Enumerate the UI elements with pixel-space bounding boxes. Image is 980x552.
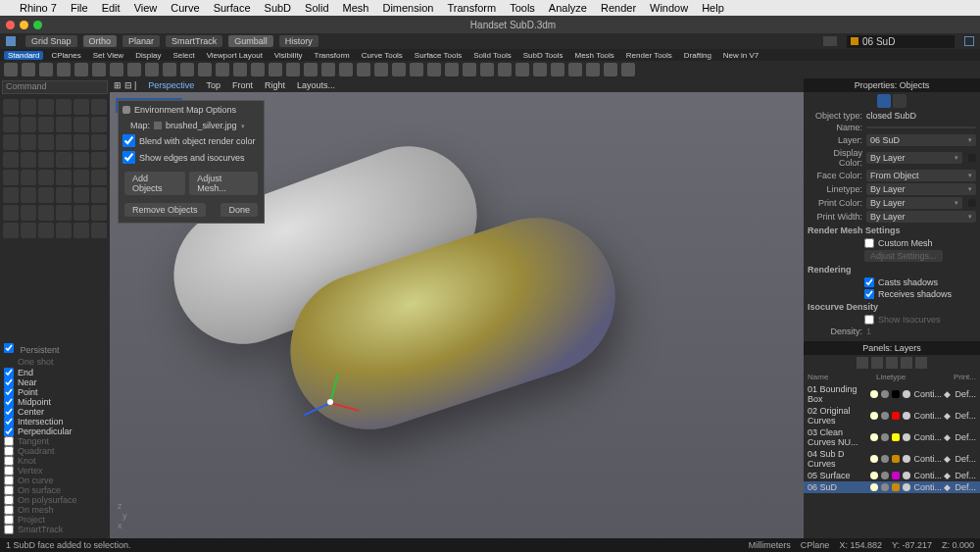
dispcolor-select[interactable]: By Layer [866, 152, 962, 164]
tool-icon[interactable] [38, 205, 54, 221]
tool-icon[interactable] [91, 187, 107, 203]
gumball-toggle[interactable]: Gumball [228, 35, 273, 47]
toolbar-icon[interactable] [233, 63, 247, 76]
tab-transform[interactable]: Transform [311, 51, 354, 60]
tool-icon[interactable] [74, 152, 89, 168]
toolbar-icon[interactable] [92, 63, 106, 76]
menu-help[interactable]: Help [702, 2, 724, 14]
toolbar-icon[interactable] [392, 63, 406, 76]
close-icon[interactable] [6, 21, 15, 29]
obj-props-icon[interactable] [877, 94, 891, 108]
layer-row[interactable]: 05 SurfaceConti...◆Def... [804, 470, 980, 481]
tab-new-in-v7[interactable]: New in V7 [719, 51, 762, 60]
toolbar-icon[interactable] [339, 63, 353, 76]
blend-chk[interactable] [122, 134, 135, 147]
viewport-layout-icon[interactable]: ⊞ ⊟ | [114, 80, 136, 90]
toolbar-icon[interactable] [463, 63, 476, 76]
layer-row[interactable]: 04 Sub D CurvesConti...◆Def... [804, 448, 980, 470]
tab-cplanes[interactable]: CPlanes [47, 51, 84, 60]
tool-icon[interactable] [3, 223, 19, 238]
tool-icon[interactable] [21, 170, 36, 185]
tab-select[interactable]: Select [169, 51, 198, 60]
menu-window[interactable]: Window [650, 2, 688, 14]
tool-icon[interactable] [74, 170, 89, 185]
snap-point[interactable]: Point [4, 387, 106, 397]
command-input[interactable]: Command [2, 80, 108, 94]
tool-icon[interactable] [21, 117, 36, 132]
layer-dropdown[interactable]: 06 SuD [847, 35, 955, 48]
units[interactable]: Millimeters [749, 540, 791, 550]
toolbar-icon[interactable] [410, 63, 423, 76]
toolbar-icon[interactable] [163, 63, 176, 76]
tool-icon[interactable] [74, 117, 89, 132]
viewport-tab-front[interactable]: Front [232, 80, 253, 90]
toolbar-icon[interactable] [22, 63, 35, 76]
viewport-tab-top[interactable]: Top [206, 80, 220, 90]
tab-standard[interactable]: Standard [4, 51, 43, 60]
menu-edit[interactable]: Edit [102, 2, 121, 14]
viewport-tab-perspective[interactable]: Perspective [148, 80, 194, 90]
snap-knot[interactable]: Knot [4, 456, 106, 466]
tool-icon[interactable] [91, 205, 107, 221]
layer-tool-icon[interactable] [915, 357, 927, 369]
receives-chk[interactable] [864, 289, 874, 299]
snap-smarttrack[interactable]: SmartTrack [4, 525, 106, 534]
viewport-tab-right[interactable]: Right [265, 80, 285, 90]
tool-icon[interactable] [38, 134, 54, 150]
toolbar-icon[interactable] [357, 63, 370, 76]
menu-view[interactable]: View [134, 2, 158, 14]
snap-end[interactable]: End [4, 368, 106, 377]
color-swatch[interactable] [968, 154, 976, 162]
snap-midpoint[interactable]: Midpoint [4, 397, 106, 407]
chevron-down-icon[interactable] [241, 121, 245, 130]
persistent-chk[interactable] [4, 343, 14, 353]
toolbar-icon[interactable] [145, 63, 159, 76]
tool-icon[interactable] [3, 134, 19, 150]
tool-icon[interactable] [74, 223, 89, 238]
toolbar-icon[interactable] [480, 63, 494, 76]
tool-icon[interactable] [91, 134, 107, 150]
tool-icon[interactable] [91, 223, 107, 238]
toolbar-icon[interactable] [110, 63, 123, 76]
printcolor-select[interactable]: By Layer [866, 197, 962, 209]
tool-icon[interactable] [56, 99, 72, 115]
showiso-chk[interactable] [864, 315, 874, 325]
menu-transform[interactable]: Transform [447, 2, 496, 14]
toolbar-icon[interactable] [551, 63, 564, 76]
toolbar-icon[interactable] [515, 63, 529, 76]
toolbar-icon[interactable] [180, 63, 194, 76]
tool-icon[interactable] [56, 223, 72, 238]
toolbar-icon[interactable] [445, 63, 459, 76]
tool-icon[interactable] [21, 152, 36, 168]
toolbar-icon[interactable] [57, 63, 71, 76]
linetype-select[interactable]: By Layer [866, 183, 976, 195]
toolbar-icon[interactable] [374, 63, 388, 76]
tool-icon[interactable] [74, 205, 89, 221]
toolbar-icon[interactable] [321, 63, 335, 76]
menu-subd[interactable]: SubD [265, 2, 292, 14]
name-field[interactable] [866, 126, 976, 128]
tool-icon[interactable] [21, 187, 36, 203]
tool-icon[interactable] [3, 187, 19, 203]
tab-set-view[interactable]: Set View [89, 51, 127, 60]
menu-curve[interactable]: Curve [171, 2, 199, 14]
toolbar-icon[interactable] [127, 63, 141, 76]
snap-on-mesh[interactable]: On mesh [4, 505, 106, 515]
planar-toggle[interactable]: Planar [122, 35, 160, 47]
tab-subd-tools[interactable]: SubD Tools [519, 51, 567, 60]
tab-render-tools[interactable]: Render Tools [622, 51, 676, 60]
tool-icon[interactable] [21, 99, 36, 115]
color-swatch[interactable] [968, 199, 976, 207]
menu-surface[interactable]: Surface [214, 2, 251, 14]
toolbar-icon[interactable] [39, 63, 53, 76]
ortho-toggle[interactable]: Ortho [83, 35, 118, 47]
tool-icon[interactable] [21, 223, 36, 238]
toolbar-icon[interactable] [621, 63, 635, 76]
tool-icon[interactable] [3, 99, 19, 115]
tool-icon[interactable] [38, 223, 54, 238]
toolbar-icon[interactable] [498, 63, 512, 76]
tool-icon[interactable] [3, 117, 19, 132]
printwidth-select[interactable]: By Layer [866, 211, 976, 223]
layer-row[interactable]: 01 Bounding BoxConti...◆Def... [804, 383, 980, 405]
tab-solid-tools[interactable]: Solid Tools [469, 51, 515, 60]
